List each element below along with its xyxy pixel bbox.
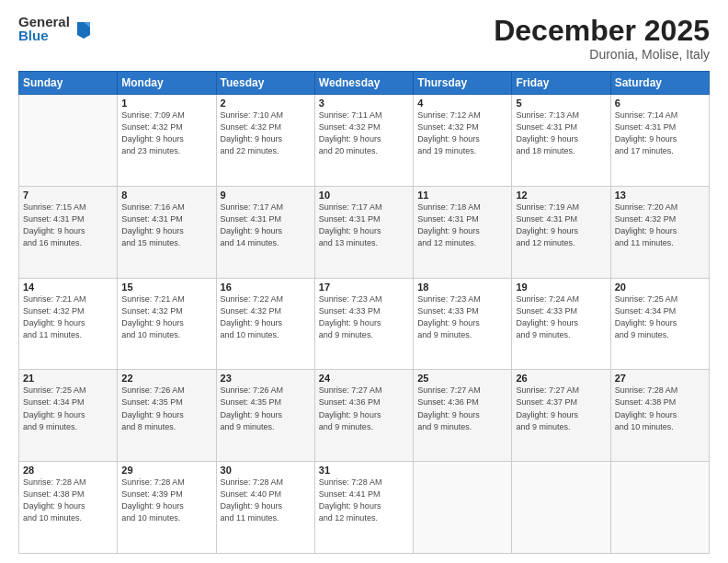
day-number: 13 — [615, 190, 705, 201]
day-number: 25 — [417, 373, 507, 384]
calendar-cell: 31Sunrise: 7:28 AM Sunset: 4:41 PM Dayli… — [314, 462, 413, 554]
day-detail: Sunrise: 7:12 AM Sunset: 4:32 PM Dayligh… — [417, 109, 507, 157]
day-number: 14 — [23, 282, 113, 293]
day-detail: Sunrise: 7:25 AM Sunset: 4:34 PM Dayligh… — [615, 293, 705, 341]
day-number: 31 — [319, 465, 409, 476]
calendar-cell: 17Sunrise: 7:23 AM Sunset: 4:33 PM Dayli… — [314, 278, 413, 370]
day-detail: Sunrise: 7:17 AM Sunset: 4:31 PM Dayligh… — [221, 201, 311, 249]
day-number: 17 — [319, 282, 409, 293]
day-detail: Sunrise: 7:13 AM Sunset: 4:31 PM Dayligh… — [516, 109, 606, 157]
day-detail: Sunrise: 7:25 AM Sunset: 4:34 PM Dayligh… — [23, 385, 113, 432]
day-number: 12 — [516, 190, 606, 201]
day-detail: Sunrise: 7:28 AM Sunset: 4:39 PM Dayligh… — [121, 477, 211, 524]
day-detail: Sunrise: 7:26 AM Sunset: 4:35 PM Dayligh… — [121, 385, 211, 432]
day-number: 2 — [221, 98, 311, 109]
calendar-cell: 11Sunrise: 7:18 AM Sunset: 4:31 PM Dayli… — [414, 186, 512, 278]
calendar-cell: 29Sunrise: 7:28 AM Sunset: 4:39 PM Dayli… — [118, 462, 216, 554]
day-number: 4 — [417, 98, 507, 109]
calendar-cell: 21Sunrise: 7:25 AM Sunset: 4:34 PM Dayli… — [19, 370, 118, 462]
calendar-cell: 13Sunrise: 7:20 AM Sunset: 4:32 PM Dayli… — [610, 186, 709, 278]
calendar-cell: 15Sunrise: 7:21 AM Sunset: 4:32 PM Dayli… — [118, 278, 216, 370]
day-number: 29 — [121, 465, 211, 476]
day-detail: Sunrise: 7:28 AM Sunset: 4:38 PM Dayligh… — [615, 385, 705, 432]
day-number: 27 — [615, 373, 705, 384]
subtitle: Duronia, Molise, Italy — [494, 47, 710, 62]
calendar-cell: 25Sunrise: 7:27 AM Sunset: 4:36 PM Dayli… — [414, 370, 512, 462]
calendar-cell: 16Sunrise: 7:22 AM Sunset: 4:32 PM Dayli… — [216, 278, 314, 370]
day-detail: Sunrise: 7:26 AM Sunset: 4:35 PM Dayligh… — [221, 385, 311, 432]
day-number: 10 — [319, 190, 409, 201]
day-detail: Sunrise: 7:22 AM Sunset: 4:32 PM Dayligh… — [221, 293, 311, 341]
day-detail: Sunrise: 7:23 AM Sunset: 4:33 PM Dayligh… — [417, 293, 507, 341]
day-number: 26 — [516, 373, 606, 384]
calendar-week-row: 28Sunrise: 7:28 AM Sunset: 4:38 PM Dayli… — [19, 462, 710, 554]
month-title: December 2025 — [494, 15, 710, 47]
calendar-cell: 5Sunrise: 7:13 AM Sunset: 4:31 PM Daylig… — [512, 95, 610, 187]
calendar-cell: 28Sunrise: 7:28 AM Sunset: 4:38 PM Dayli… — [19, 462, 118, 554]
day-detail: Sunrise: 7:28 AM Sunset: 4:41 PM Dayligh… — [319, 477, 409, 524]
day-number: 20 — [615, 282, 705, 293]
day-detail: Sunrise: 7:28 AM Sunset: 4:38 PM Dayligh… — [23, 477, 113, 524]
calendar-cell: 4Sunrise: 7:12 AM Sunset: 4:32 PM Daylig… — [414, 95, 512, 187]
day-number: 22 — [121, 373, 211, 384]
calendar-cell — [610, 462, 709, 554]
calendar-cell: 10Sunrise: 7:17 AM Sunset: 4:31 PM Dayli… — [314, 186, 413, 278]
day-detail: Sunrise: 7:21 AM Sunset: 4:32 PM Dayligh… — [121, 293, 211, 341]
calendar-week-row: 21Sunrise: 7:25 AM Sunset: 4:34 PM Dayli… — [19, 370, 710, 462]
day-number: 6 — [615, 98, 705, 109]
day-detail: Sunrise: 7:24 AM Sunset: 4:33 PM Dayligh… — [516, 293, 606, 341]
calendar-cell: 7Sunrise: 7:15 AM Sunset: 4:31 PM Daylig… — [19, 186, 118, 278]
day-number: 30 — [221, 465, 311, 476]
day-detail: Sunrise: 7:09 AM Sunset: 4:32 PM Dayligh… — [121, 109, 211, 157]
day-detail: Sunrise: 7:11 AM Sunset: 4:32 PM Dayligh… — [319, 109, 409, 157]
col-header-sunday: Sunday — [19, 72, 118, 95]
calendar-cell: 2Sunrise: 7:10 AM Sunset: 4:32 PM Daylig… — [216, 95, 314, 187]
day-detail: Sunrise: 7:21 AM Sunset: 4:32 PM Dayligh… — [23, 293, 113, 341]
col-header-saturday: Saturday — [610, 72, 709, 95]
header: General Blue December 2025 Duronia, Moli… — [18, 15, 710, 62]
title-block: December 2025 Duronia, Molise, Italy — [494, 15, 710, 62]
day-number: 1 — [121, 98, 211, 109]
calendar-cell: 18Sunrise: 7:23 AM Sunset: 4:33 PM Dayli… — [414, 278, 512, 370]
calendar-week-row: 7Sunrise: 7:15 AM Sunset: 4:31 PM Daylig… — [19, 186, 710, 278]
logo-icon — [75, 18, 92, 39]
day-number: 8 — [121, 190, 211, 201]
col-header-friday: Friday — [512, 72, 610, 95]
day-detail: Sunrise: 7:27 AM Sunset: 4:36 PM Dayligh… — [417, 385, 507, 432]
calendar-cell — [19, 95, 118, 187]
day-number: 21 — [23, 373, 113, 384]
day-number: 18 — [417, 282, 507, 293]
day-number: 16 — [221, 282, 311, 293]
calendar-week-row: 1Sunrise: 7:09 AM Sunset: 4:32 PM Daylig… — [19, 95, 710, 187]
day-detail: Sunrise: 7:14 AM Sunset: 4:31 PM Dayligh… — [615, 109, 705, 157]
calendar-cell: 12Sunrise: 7:19 AM Sunset: 4:31 PM Dayli… — [512, 186, 610, 278]
col-header-tuesday: Tuesday — [216, 72, 314, 95]
calendar-cell — [414, 462, 512, 554]
calendar-cell: 23Sunrise: 7:26 AM Sunset: 4:35 PM Dayli… — [216, 370, 314, 462]
calendar-cell: 9Sunrise: 7:17 AM Sunset: 4:31 PM Daylig… — [216, 186, 314, 278]
calendar-cell: 1Sunrise: 7:09 AM Sunset: 4:32 PM Daylig… — [118, 95, 216, 187]
day-detail: Sunrise: 7:27 AM Sunset: 4:36 PM Dayligh… — [319, 385, 409, 432]
calendar-cell: 22Sunrise: 7:26 AM Sunset: 4:35 PM Dayli… — [118, 370, 216, 462]
day-detail: Sunrise: 7:28 AM Sunset: 4:40 PM Dayligh… — [221, 477, 311, 524]
col-header-wednesday: Wednesday — [314, 72, 413, 95]
day-number: 3 — [319, 98, 409, 109]
logo-general: General — [18, 15, 70, 29]
calendar-cell: 30Sunrise: 7:28 AM Sunset: 4:40 PM Dayli… — [216, 462, 314, 554]
day-detail: Sunrise: 7:16 AM Sunset: 4:31 PM Dayligh… — [121, 201, 211, 249]
calendar-cell: 19Sunrise: 7:24 AM Sunset: 4:33 PM Dayli… — [512, 278, 610, 370]
calendar-week-row: 14Sunrise: 7:21 AM Sunset: 4:32 PM Dayli… — [19, 278, 710, 370]
col-header-monday: Monday — [118, 72, 216, 95]
calendar-cell: 26Sunrise: 7:27 AM Sunset: 4:37 PM Dayli… — [512, 370, 610, 462]
day-detail: Sunrise: 7:18 AM Sunset: 4:31 PM Dayligh… — [417, 201, 507, 249]
calendar-cell: 3Sunrise: 7:11 AM Sunset: 4:32 PM Daylig… — [314, 95, 413, 187]
day-detail: Sunrise: 7:10 AM Sunset: 4:32 PM Dayligh… — [221, 109, 311, 157]
col-header-thursday: Thursday — [414, 72, 512, 95]
day-number: 11 — [417, 190, 507, 201]
calendar-cell — [512, 462, 610, 554]
calendar-cell: 14Sunrise: 7:21 AM Sunset: 4:32 PM Dayli… — [19, 278, 118, 370]
day-detail: Sunrise: 7:23 AM Sunset: 4:33 PM Dayligh… — [319, 293, 409, 341]
day-detail: Sunrise: 7:17 AM Sunset: 4:31 PM Dayligh… — [319, 201, 409, 249]
calendar-cell: 27Sunrise: 7:28 AM Sunset: 4:38 PM Dayli… — [610, 370, 709, 462]
calendar-cell: 6Sunrise: 7:14 AM Sunset: 4:31 PM Daylig… — [610, 95, 709, 187]
